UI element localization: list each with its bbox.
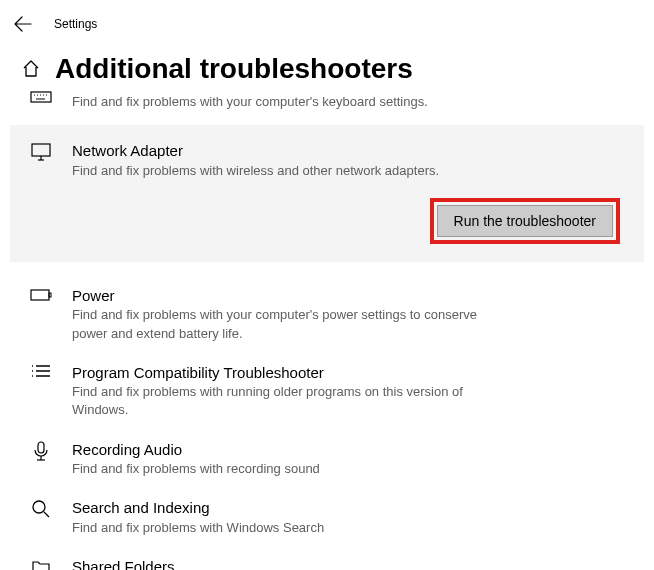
svg-rect-0 bbox=[31, 92, 51, 102]
troubleshooter-title: Recording Audio bbox=[72, 440, 624, 460]
troubleshooter-desc: Find and fix problems with your computer… bbox=[72, 306, 482, 342]
troubleshooter-desc: Find and fix problems with Windows Searc… bbox=[72, 519, 482, 537]
power-icon bbox=[30, 286, 52, 308]
troubleshooter-item-network[interactable]: Network Adapter Find and fix problems wi… bbox=[10, 125, 644, 262]
troubleshooter-desc: Find and fix problems with your computer… bbox=[72, 87, 428, 111]
run-troubleshooter-button[interactable]: Run the troubleshooter bbox=[437, 205, 613, 237]
troubleshooter-item-recording[interactable]: Recording Audio Find and fix problems wi… bbox=[10, 430, 644, 489]
troubleshooter-title: Program Compatibility Troubleshooter bbox=[72, 363, 624, 383]
svg-rect-7 bbox=[32, 144, 50, 156]
microphone-icon bbox=[30, 440, 52, 462]
troubleshooter-desc: Find and fix problems with wireless and … bbox=[72, 162, 482, 180]
window-title: Settings bbox=[54, 17, 97, 31]
troubleshooter-desc: Find and fix problems with recording sou… bbox=[72, 460, 482, 478]
svg-rect-11 bbox=[49, 293, 51, 297]
back-button[interactable] bbox=[8, 9, 38, 39]
troubleshooter-title: Network Adapter bbox=[72, 141, 624, 161]
arrow-left-icon bbox=[14, 15, 32, 33]
troubleshooter-item-search[interactable]: Search and Indexing Find and fix problem… bbox=[10, 488, 644, 547]
search-icon bbox=[30, 498, 52, 520]
troubleshooter-title: Search and Indexing bbox=[72, 498, 624, 518]
troubleshooter-title: Power bbox=[72, 286, 624, 306]
page-title: Additional troubleshooters bbox=[55, 53, 413, 85]
list-icon bbox=[30, 363, 52, 385]
monitor-icon bbox=[30, 141, 52, 163]
svg-rect-18 bbox=[38, 442, 44, 453]
troubleshooter-desc: Find and fix problems with running older… bbox=[72, 383, 482, 419]
troubleshooter-title: Shared Folders bbox=[72, 557, 624, 570]
troubleshooter-item-power[interactable]: Power Find and fix problems with your co… bbox=[10, 276, 644, 353]
folder-share-icon bbox=[30, 557, 52, 570]
svg-rect-10 bbox=[31, 290, 49, 300]
svg-point-21 bbox=[33, 501, 45, 513]
troubleshooter-item-compat[interactable]: Program Compatibility Troubleshooter Fin… bbox=[10, 353, 644, 430]
home-icon[interactable] bbox=[21, 59, 41, 79]
troubleshooter-item-shared[interactable]: Shared Folders Find and fix problems wit… bbox=[10, 547, 644, 570]
keyboard-icon bbox=[30, 87, 52, 109]
svg-line-22 bbox=[44, 512, 49, 517]
